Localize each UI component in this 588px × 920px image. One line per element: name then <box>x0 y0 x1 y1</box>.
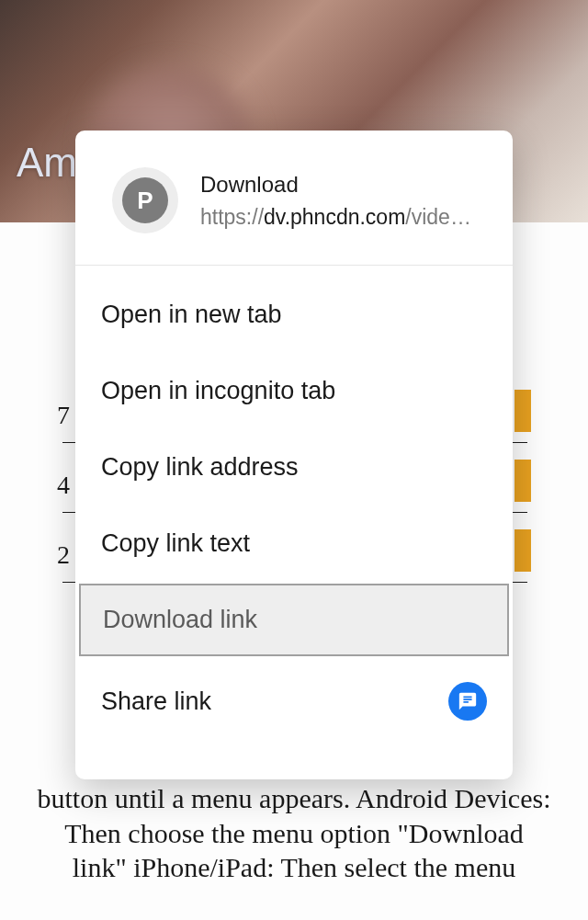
menu-item-label: Copy link address <box>101 453 299 482</box>
menu-item-open-incognito[interactable]: Open in incognito tab <box>75 353 513 429</box>
menu-item-label: Share link <box>101 687 211 716</box>
menu-item-share-link[interactable]: Share link <box>75 658 513 744</box>
site-favicon-wrap: P <box>112 167 178 233</box>
context-menu-url: https://dv.phncdn.com/vide… <box>200 205 489 230</box>
menu-item-download-link[interactable]: Download link <box>79 584 509 656</box>
share-app-icon <box>448 682 487 721</box>
menu-item-label: Open in incognito tab <box>101 377 335 405</box>
context-menu-items: Open in new tab Open in incognito tab Co… <box>75 266 513 779</box>
menu-item-copy-text[interactable]: Copy link text <box>75 505 513 582</box>
menu-item-open-new-tab[interactable]: Open in new tab <box>75 277 513 353</box>
context-menu-header: P Download https://dv.phncdn.com/vide… <box>75 131 513 266</box>
url-scheme: https:// <box>200 205 264 229</box>
menu-item-copy-address[interactable]: Copy link address <box>75 429 513 505</box>
menu-item-label: Copy link text <box>101 529 250 558</box>
url-host: dv.phncdn.com <box>264 205 405 229</box>
menu-item-label: Download link <box>103 606 257 634</box>
context-menu-title: Download <box>200 172 489 198</box>
site-favicon-letter-icon: P <box>122 177 168 223</box>
url-path: /vide… <box>405 205 471 229</box>
context-menu: P Download https://dv.phncdn.com/vide… O… <box>75 131 513 779</box>
menu-item-label: Open in new tab <box>101 301 282 329</box>
